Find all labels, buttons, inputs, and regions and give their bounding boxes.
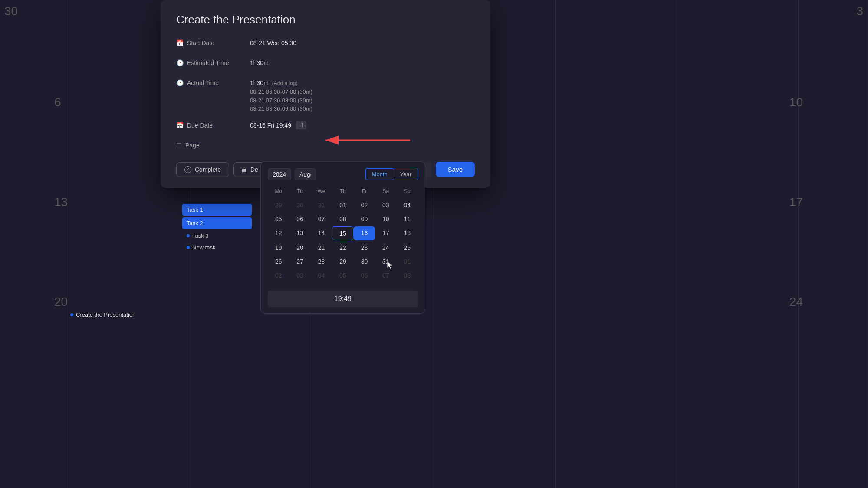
cal-day-24[interactable]: 24 [375, 241, 396, 254]
cal-day-22[interactable]: 22 [332, 241, 353, 254]
task3-dot [187, 234, 190, 237]
add-log-button[interactable]: (Add a log) [272, 80, 298, 86]
weekday-we: We [311, 187, 332, 196]
estimated-time-value[interactable]: 1h30m [250, 59, 269, 68]
calendar-event-presentation[interactable]: Create the Presentation [70, 311, 135, 318]
cal-day-26[interactable]: 26 [268, 255, 289, 268]
cal-day-10[interactable]: 10 [375, 213, 396, 226]
cal-day-05-next[interactable]: 05 [332, 269, 353, 282]
sidebar-task-2[interactable]: Task 2 [182, 217, 252, 229]
cal-day-03[interactable]: 03 [375, 199, 396, 212]
cal-day-19[interactable]: 19 [268, 241, 289, 254]
clock-icon-actual: 🕐 [176, 79, 184, 86]
weekday-mo: Mo [268, 187, 289, 196]
cal-day-13[interactable]: 13 [289, 226, 310, 240]
cal-col-5 [556, 0, 677, 488]
cal-col-0: 30 [0, 0, 69, 488]
actual-time-value: 1h30m (Add a log) 08-21 06:30-07:00 (30m… [250, 79, 312, 113]
log-entry-1: 08-21 07:30-08:00 (30m) [250, 96, 312, 105]
row-num-10: 10 [789, 95, 803, 109]
cal-day-30[interactable]: 30 [354, 255, 375, 268]
page-icon: ☐ [176, 142, 182, 149]
start-date-row: 📅 Start Date 08-21 Wed 05:30 [176, 39, 475, 51]
sidebar-new-task[interactable]: New task [182, 242, 252, 252]
cal-day-04-next[interactable]: 04 [311, 269, 332, 282]
clock-icon-estimated: 🕐 [176, 59, 184, 66]
save-button[interactable]: Save [436, 162, 475, 177]
estimated-time-row: 🕐 Estimated Time 1h30m [176, 59, 475, 71]
sidebar-task-list: Task 1 Task 2 Task 3 New task [182, 204, 252, 252]
col-num-0: 30 [4, 4, 69, 18]
cal-day-04[interactable]: 04 [397, 199, 418, 212]
cal-day-20[interactable]: 20 [289, 241, 310, 254]
cal-day-07-next[interactable]: 07 [375, 269, 396, 282]
cal-day-31[interactable]: 31 [375, 255, 396, 268]
due-date-badge: ! 1 [296, 121, 306, 129]
view-toggle: Month Year [365, 168, 418, 180]
cal-day-29[interactable]: 29 [332, 255, 353, 268]
cal-day-06[interactable]: 06 [289, 213, 310, 226]
cal-day-17[interactable]: 17 [375, 226, 396, 240]
cal-day-16[interactable]: 16 [354, 226, 375, 240]
due-date-value[interactable]: 08-16 Fri 19:49 [250, 121, 291, 130]
weekday-th: Th [332, 187, 353, 196]
cal-day-29-prev[interactable]: 29 [268, 199, 289, 212]
cal-day-02-next[interactable]: 02 [268, 269, 289, 282]
date-picker-dropdown: 2024 2023 2025 ▼ Aug JanFebMarApr MayJun… [260, 161, 425, 314]
cal-col-6 [677, 0, 799, 488]
time-picker[interactable]: 19:49 [268, 291, 418, 307]
cal-day-06-next[interactable]: 06 [354, 269, 375, 282]
sidebar-task-3[interactable]: Task 3 [182, 231, 252, 241]
month-select[interactable]: Aug JanFebMarApr MayJunJul SepOctNovDec [295, 168, 316, 180]
cal-week-4: 19 20 21 22 23 24 25 [268, 241, 418, 254]
cal-week-5: 26 27 28 29 30 31 01 [268, 255, 418, 268]
year-view-button[interactable]: Year [394, 168, 418, 180]
cal-day-05[interactable]: 05 [268, 213, 289, 226]
task-modal: Create the Presentation 📅 Start Date 08-… [161, 0, 490, 188]
cal-day-09[interactable]: 09 [354, 213, 375, 226]
calendar-icon-due: 📅 [176, 122, 184, 129]
cal-week-1: 29 30 31 01 02 03 04 [268, 199, 418, 212]
cal-day-23[interactable]: 23 [354, 241, 375, 254]
cal-day-08[interactable]: 08 [332, 213, 353, 226]
page-row: ☐ Page [176, 141, 475, 153]
cal-day-01[interactable]: 01 [332, 199, 353, 212]
cal-day-30-prev[interactable]: 30 [289, 199, 310, 212]
log-entry-2: 08-21 08:30-09:00 (30m) [250, 105, 312, 113]
cal-day-18[interactable]: 18 [397, 226, 418, 240]
complete-button[interactable]: ✓ Complete [176, 162, 229, 177]
row-num-17: 17 [789, 195, 803, 209]
sidebar-task-1[interactable]: Task 1 [182, 204, 252, 216]
cal-day-15[interactable]: 15 [332, 226, 353, 240]
cal-day-31-prev[interactable]: 31 [311, 199, 332, 212]
cal-day-08-next[interactable]: 08 [397, 269, 418, 282]
cal-day-11[interactable]: 11 [397, 213, 418, 226]
cal-day-02[interactable]: 02 [354, 199, 375, 212]
modal-title: Create the Presentation [176, 13, 475, 26]
cal-day-25[interactable]: 25 [397, 241, 418, 254]
year-select[interactable]: 2024 2023 2025 [268, 168, 291, 180]
cal-day-27[interactable]: 27 [289, 255, 310, 268]
cal-day-01-next[interactable]: 01 [397, 255, 418, 268]
complete-icon: ✓ [184, 166, 191, 173]
cal-day-12[interactable]: 12 [268, 226, 289, 240]
cal-day-28[interactable]: 28 [311, 255, 332, 268]
cal-day-21[interactable]: 21 [311, 241, 332, 254]
new-task-dot [187, 246, 190, 249]
cal-week-2: 05 06 07 08 09 10 11 [268, 213, 418, 226]
col-num-7: 3 [803, 4, 863, 18]
cal-week-3: 12 13 14 15 16 17 18 [268, 226, 418, 240]
month-view-button[interactable]: Month [365, 168, 394, 180]
cal-day-03-next[interactable]: 03 [289, 269, 310, 282]
start-date-value[interactable]: 08-21 Wed 05:30 [250, 39, 296, 48]
calendar-grid: Mo Tu We Th Fr Sa Su 29 30 31 01 02 03 0… [261, 187, 425, 287]
row-num-24: 24 [789, 295, 803, 309]
cal-day-07[interactable]: 07 [311, 213, 332, 226]
cal-col-7: 3 [799, 0, 868, 488]
start-date-label: 📅 Start Date [176, 39, 250, 46]
cal-day-14[interactable]: 14 [311, 226, 332, 240]
row-num-13: 13 [54, 195, 68, 209]
weekday-header: Mo Tu We Th Fr Sa Su [268, 187, 418, 196]
weekday-sa: Sa [375, 187, 396, 196]
weekday-fr: Fr [354, 187, 375, 196]
